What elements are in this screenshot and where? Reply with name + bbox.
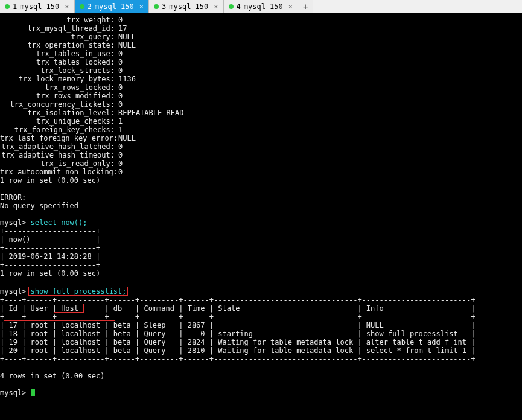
- tab-1[interactable]: 1 mysql-150 ×: [0, 0, 75, 13]
- trx-field-key: trx_adaptive_hash_latched:: [0, 142, 115, 151]
- trx-field-value: NULL: [115, 33, 136, 41]
- prompt: mysql>: [0, 287, 26, 296]
- status-dot-icon: [229, 4, 234, 9]
- trx-field-key: trx_foreign_key_checks:: [0, 126, 115, 134]
- trx-field-key: trx_mysql_thread_id:: [0, 24, 115, 33]
- table-border: +---------------------+: [0, 227, 522, 235]
- trx-field-key: trx_autocommit_non_locking:: [0, 168, 115, 176]
- table-row: | 18 | root | localhost | beta | Query |…: [0, 329, 522, 338]
- trx-field-key: trx_tables_in_use:: [0, 49, 115, 58]
- prompt-line: mysql> select now();: [0, 218, 522, 227]
- trx-field-row: trx_adaptive_hash_latched:0: [0, 142, 522, 151]
- table-header: | now() |: [0, 235, 522, 244]
- trx-field-row: trx_rows_locked:0: [0, 83, 522, 92]
- trx-field-key: trx_isolation_level:: [0, 109, 115, 117]
- tab-number: 3: [162, 2, 166, 11]
- trx-field-row: trx_lock_structs:0: [0, 66, 522, 75]
- close-icon[interactable]: ×: [214, 2, 218, 11]
- trx-field-key: trx_lock_memory_bytes:: [0, 75, 115, 83]
- status-dot-icon: [154, 4, 159, 9]
- trx-field-key: trx_weight:: [0, 16, 115, 24]
- status-dot-icon: [80, 4, 84, 9]
- tab-label: mysql-150: [95, 2, 134, 11]
- table-header: | Id | User | Host | db | Command | Time…: [0, 304, 522, 313]
- trx-field-value: 1136: [115, 75, 136, 83]
- trx-field-row: trx_concurrency_tickets:0: [0, 100, 522, 109]
- trx-field-key: trx_tables_locked:: [0, 58, 115, 66]
- tab-number: 2: [88, 2, 92, 11]
- trx-field-key: trx_concurrency_tickets:: [0, 100, 115, 109]
- trx-field-value: 0: [115, 66, 123, 75]
- trx-field-value: NULL: [115, 134, 136, 142]
- trx-field-value: 0: [115, 92, 123, 100]
- tab-3[interactable]: 3 mysql-150 ×: [149, 0, 224, 13]
- table-row: | 17 | root | localhost | beta | Sleep |…: [0, 321, 522, 329]
- tab-number: 1: [13, 2, 17, 11]
- prompt-line: mysql> show full processlist;: [0, 287, 522, 296]
- terminal[interactable]: trx_weight:0trx_mysql_thread_id:17trx_qu…: [0, 13, 522, 420]
- trx-field-value: NULL: [115, 41, 136, 49]
- trx-field-row: trx_tables_in_use:0: [0, 49, 522, 58]
- trx-field-row: trx_weight:0: [0, 16, 522, 24]
- trx-field-row: trx_autocommit_non_locking:0: [0, 168, 522, 176]
- blank: [0, 185, 522, 193]
- trx-field-row: trx_foreign_key_checks:1: [0, 126, 522, 134]
- trx-field-value: 0: [115, 16, 123, 24]
- table-border: +----+------+-----------+------+--------…: [0, 296, 522, 304]
- rows-summary: 1 row in set (0.00 sec): [0, 269, 522, 278]
- sql-command: select now();: [31, 218, 88, 227]
- trx-field-key: trx_adaptive_hash_timeout:: [0, 151, 115, 159]
- status-dot-icon: [5, 4, 10, 9]
- blank: [0, 363, 522, 372]
- error-label: ERROR:: [0, 193, 522, 202]
- prompt-line: mysql>: [0, 389, 522, 397]
- trx-field-row: trx_mysql_thread_id:17: [0, 24, 522, 33]
- trx-field-value: 1: [115, 117, 123, 126]
- trx-field-row: trx_rows_modified:0: [0, 92, 522, 100]
- trx-field-key: trx_unique_checks:: [0, 117, 115, 126]
- tab-label: mysql-150: [169, 2, 208, 11]
- trx-field-key: trx_last_foreign_key_error:: [0, 134, 115, 142]
- trx-field-key: trx_operation_state:: [0, 41, 115, 49]
- tab-label: mysql-150: [244, 2, 283, 11]
- trx-field-value: 0: [115, 58, 123, 66]
- trx-field-row: trx_tables_locked:0: [0, 58, 522, 66]
- trx-field-row: trx_query:NULL: [0, 33, 522, 41]
- trx-field-value: 0: [115, 83, 123, 92]
- trx-field-key: trx_lock_structs:: [0, 66, 115, 75]
- sql-command: show full processlist;: [31, 287, 127, 296]
- trx-field-row: trx_isolation_level:REPEATABLE READ: [0, 109, 522, 117]
- tab-label: mysql-150: [20, 2, 59, 11]
- blank: [0, 278, 522, 286]
- close-icon[interactable]: ×: [288, 2, 293, 11]
- trx-field-key: trx_is_read_only:: [0, 159, 115, 168]
- trx-field-key: trx_rows_locked:: [0, 83, 115, 92]
- trx-field-row: trx_adaptive_hash_timeout:0: [0, 151, 522, 159]
- add-tab-button[interactable]: +: [298, 0, 313, 13]
- trx-field-value: 0: [115, 159, 123, 168]
- prompt: mysql>: [0, 218, 26, 227]
- table-border: +---------------------+: [0, 244, 522, 252]
- close-icon[interactable]: ×: [139, 2, 144, 11]
- trx-field-key: trx_rows_modified:: [0, 92, 115, 100]
- tab-number: 4: [237, 2, 241, 11]
- trx-field-row: trx_last_foreign_key_error:NULL: [0, 134, 522, 142]
- trx-field-row: trx_operation_state:NULL: [0, 41, 522, 49]
- tab-2[interactable]: 2 mysql-150 ×: [75, 0, 150, 13]
- close-icon[interactable]: ×: [65, 2, 69, 11]
- table-border: +----+------+-----------+------+--------…: [0, 313, 522, 321]
- prompt: mysql>: [0, 389, 26, 397]
- table-border: +---------------------+: [0, 261, 522, 269]
- trx-field-row: trx_is_read_only:0: [0, 159, 522, 168]
- trx-field-value: 1: [115, 126, 123, 134]
- rows-summary: 1 row in set (0.00 sec): [0, 176, 522, 185]
- tab-4[interactable]: 4 mysql-150 ×: [224, 0, 299, 13]
- cursor-icon: [31, 389, 35, 396]
- blank: [0, 210, 522, 218]
- trx-field-value: 0: [115, 142, 123, 151]
- blank: [0, 380, 522, 389]
- table-row: | 19 | root | localhost | beta | Query |…: [0, 338, 522, 346]
- trx-field-row: trx_lock_memory_bytes:1136: [0, 75, 522, 83]
- trx-field-value: 0: [115, 49, 123, 58]
- trx-field-value: 0: [115, 168, 123, 176]
